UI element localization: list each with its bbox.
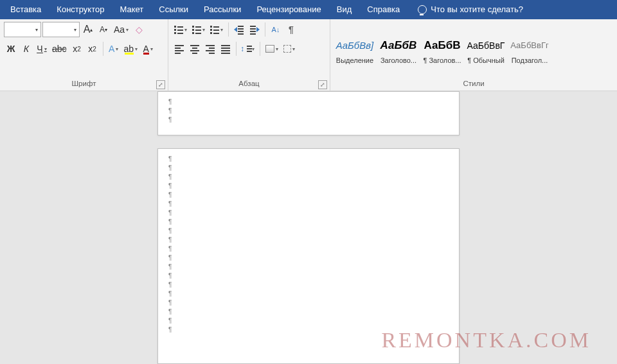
separator (228, 22, 229, 37)
align-center-icon (190, 45, 199, 53)
tab-design[interactable]: Конструктор (49, 0, 112, 19)
ribbon: ▾ ▾ A▴ A▾ Aa ◇ Ж К Ч abc x2 x2 A ab A Шр… (0, 19, 617, 91)
bold-button[interactable]: Ж (4, 41, 18, 56)
style-preview: АаБбВвГг (510, 35, 548, 56)
numbering-button[interactable] (190, 22, 207, 37)
group-font: ▾ ▾ A▴ A▾ Aa ◇ Ж К Ч abc x2 x2 A ab A Шр… (0, 19, 168, 91)
increase-indent-icon (249, 25, 260, 34)
group-styles: АаБбВв] Выделение АаБбВ Заголово... АаБб… (330, 19, 617, 91)
clear-formatting-button[interactable]: ◇ (132, 22, 146, 37)
font-size-combo[interactable]: ▾ (42, 22, 80, 37)
tab-references[interactable]: Ссылки (151, 0, 196, 19)
font-name-combo[interactable]: ▾ (4, 22, 41, 37)
style-name: Подзагол... (512, 56, 548, 64)
style-preview: АаБбВ (424, 35, 461, 56)
align-right-icon (206, 45, 215, 53)
shrink-font-button[interactable]: A▾ (96, 22, 111, 37)
tell-me-label: Что вы хотите сделать? (431, 0, 523, 19)
shading-button[interactable] (264, 41, 280, 56)
separator (103, 42, 103, 56)
borders-icon (283, 45, 291, 53)
borders-button[interactable] (282, 41, 297, 56)
menu-bar: Вставка Конструктор Макет Ссылки Рассылк… (0, 0, 617, 19)
group-font-label: Шрифт ⤢ (0, 78, 168, 91)
superscript-button[interactable]: x2 (85, 41, 100, 56)
strikethrough-button[interactable]: abc (50, 41, 69, 56)
align-left-button[interactable] (172, 41, 186, 56)
show-marks-button[interactable]: ¶ (284, 22, 298, 37)
tab-help[interactable]: Справка (359, 0, 407, 19)
shading-icon (265, 45, 274, 53)
style-name: ¶ Заголов... (423, 56, 461, 64)
document-page[interactable]: ¶¶¶ (157, 91, 460, 135)
tab-view[interactable]: Вид (329, 0, 360, 19)
tab-mailings[interactable]: Рассылки (196, 0, 249, 19)
separator (236, 42, 237, 56)
decrease-indent-button[interactable] (232, 22, 246, 37)
document-area: ¶¶¶ ¶¶¶¶¶¶¶¶¶¶¶¶¶¶¶¶¶¶¶¶ (0, 91, 617, 364)
align-right-button[interactable] (203, 41, 217, 56)
justify-button[interactable] (219, 41, 233, 56)
style-name: Выделение (336, 56, 373, 64)
tab-layout[interactable]: Макет (112, 0, 151, 19)
bullets-icon (174, 25, 183, 34)
font-color-button[interactable]: A (141, 41, 155, 56)
multilevel-list-button[interactable] (208, 22, 225, 37)
decrease-indent-icon (234, 25, 244, 34)
font-dialog-launcher[interactable]: ⤢ (156, 80, 165, 89)
paragraph-dialog-launcher[interactable]: ⤢ (318, 80, 327, 89)
separator (265, 22, 265, 37)
line-spacing-icon (242, 44, 251, 53)
sort-button[interactable]: A↓ (269, 22, 283, 37)
increase-indent-button[interactable] (247, 22, 262, 37)
document-page[interactable]: ¶¶¶¶¶¶¶¶¶¶¶¶¶¶¶¶¶¶¶¶ (157, 148, 460, 364)
style-emphasis[interactable]: АаБбВв] Выделение (333, 21, 377, 78)
sort-icon: A↓ (272, 26, 280, 33)
numbering-icon (192, 25, 201, 34)
style-preview: АаБбВв] (336, 35, 374, 56)
change-case-button[interactable]: Aa (112, 22, 130, 37)
bullets-button[interactable] (172, 22, 189, 37)
subscript-button[interactable]: x2 (70, 41, 84, 56)
style-normal[interactable]: АаБбВвГ ¶ Обычный (464, 21, 508, 78)
text-effects-button[interactable]: A (107, 41, 121, 56)
pilcrow-icon: ¶ (289, 24, 294, 35)
styles-gallery[interactable]: АаБбВв] Выделение АаБбВ Заголово... АаБб… (330, 19, 617, 78)
highlight-button[interactable]: ab (122, 41, 140, 56)
style-preview: АаБбВвГ (467, 35, 505, 56)
style-heading2[interactable]: АаБбВ ¶ Заголов... (420, 21, 464, 78)
line-spacing-button[interactable] (240, 41, 256, 56)
style-name: ¶ Обычный (467, 56, 505, 64)
style-subtitle[interactable]: АаБбВвГг Подзагол... (508, 21, 551, 78)
style-heading1[interactable]: АаБбВ Заголово... (377, 21, 420, 78)
lightbulb-icon (418, 5, 427, 14)
group-styles-label: Стили (330, 78, 617, 91)
style-preview: АаБбВ (380, 35, 417, 56)
italic-button[interactable]: К (19, 41, 33, 56)
group-paragraph: A↓ ¶ Абзац ⤢ (168, 19, 330, 91)
tab-review[interactable]: Рецензирование (249, 0, 328, 19)
underline-button[interactable]: Ч (35, 41, 49, 56)
align-left-icon (175, 45, 184, 53)
paragraph-marks: ¶¶¶¶¶¶¶¶¶¶¶¶¶¶¶¶¶¶¶¶ (168, 155, 172, 334)
justify-icon (221, 45, 230, 53)
align-center-button[interactable] (188, 41, 202, 56)
multilevel-icon (210, 25, 219, 34)
style-name: Заголово... (380, 56, 416, 64)
group-paragraph-label: Абзац ⤢ (168, 78, 330, 91)
paragraph-marks: ¶¶¶ (168, 98, 172, 124)
tell-me-search[interactable]: Что вы хотите сделать? (410, 0, 531, 19)
grow-font-button[interactable]: A▴ (81, 22, 95, 37)
separator (260, 42, 260, 56)
tab-insert[interactable]: Вставка (3, 0, 49, 19)
